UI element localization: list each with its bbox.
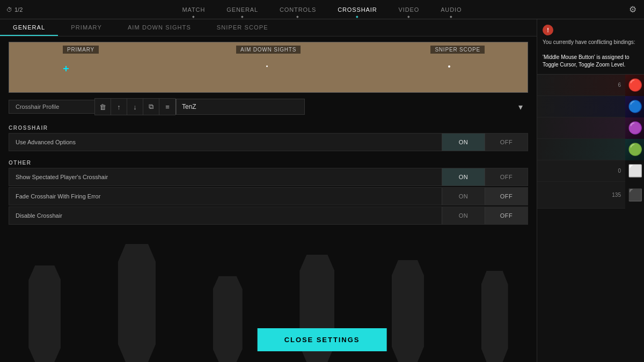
- nav-tabs: MATCH GENERAL CONTROLS CROSSHAIR VIDEO A…: [0, 0, 644, 19]
- setting-label-advanced: Use Advanced Options: [9, 135, 442, 150]
- toggle-fade-on[interactable]: On: [442, 188, 485, 205]
- setting-label-disable: Disable Crosshair: [9, 208, 442, 223]
- crosshair-section: CROSSHAIR Use Advanced Options On Off: [9, 122, 528, 152]
- agent-item-5[interactable]: 135 ⬛: [537, 182, 644, 209]
- tab-crosshair[interactable]: CROSSHAIR: [327, 0, 387, 19]
- crosshair-preview: PRIMARY AIM DOWN SIGHTS SNIPER SCOPE: [9, 42, 528, 93]
- agent-portrait-2: 🟣: [625, 117, 644, 139]
- timer-icon: ⏱: [6, 6, 12, 13]
- toggle-advanced-on[interactable]: On: [442, 134, 485, 151]
- profile-label: Crosshair Profile: [9, 100, 94, 114]
- preview-label-sniper: SNIPER SCOPE: [430, 46, 485, 54]
- profile-upload-button[interactable]: ↑: [111, 99, 127, 115]
- toggle-fade: On Off: [442, 188, 528, 205]
- agent-item-0[interactable]: 6 🔴: [537, 75, 644, 96]
- sub-tabs: GENERAL PRIMARY AIM DOWN SIGHTS SNIPER S…: [0, 19, 537, 36]
- toggle-disable-off[interactable]: Off: [485, 207, 528, 224]
- top-nav: ⏱ 1/2 MATCH GENERAL CONTROLS CROSSHAIR V…: [0, 0, 644, 19]
- tab-match[interactable]: MATCH: [172, 0, 216, 19]
- agent-item-3[interactable]: 🟢: [537, 139, 644, 160]
- profile-actions: 🗑 ↑ ↓ ⧉ ≡: [94, 98, 175, 115]
- agent-portrait-5: ⬛: [625, 182, 644, 209]
- toggle-spectated-off[interactable]: Off: [485, 168, 528, 186]
- profile-select-wrapper: TenZ Default Custom 1 Custom 2: [176, 99, 528, 115]
- crosshair-primary: [63, 65, 67, 70]
- setting-label-spectated: Show Spectated Player's Crosshair: [9, 169, 442, 184]
- crosshair-section-title: CROSSHAIR: [9, 122, 528, 133]
- tab-general[interactable]: GENERAL: [216, 0, 269, 19]
- subtab-general[interactable]: GENERAL: [0, 19, 58, 36]
- agent-portrait-0: 🔴: [625, 75, 644, 96]
- toggle-spectated: On Off: [442, 168, 528, 186]
- nav-timer: ⏱ 1/2: [6, 6, 23, 13]
- toggle-advanced: On Off: [442, 134, 528, 151]
- subtab-primary[interactable]: PRIMARY: [58, 19, 115, 36]
- setting-row-fade: Fade Crosshair With Firing Error On Off: [9, 187, 528, 205]
- other-section: OTHER Show Spectated Player's Crosshair …: [9, 157, 528, 226]
- profile-delete-button[interactable]: 🗑: [95, 99, 111, 115]
- tab-video[interactable]: VIDEO: [388, 0, 430, 19]
- gear-icon[interactable]: ⚙: [629, 4, 636, 14]
- main-layout: GENERAL PRIMARY AIM DOWN SIGHTS SNIPER S…: [0, 19, 644, 362]
- toggle-disable-on[interactable]: On: [442, 207, 485, 224]
- agent-item-4[interactable]: 0 ⬜: [537, 160, 644, 182]
- timer-value: 1/2: [14, 6, 23, 13]
- profile-select[interactable]: TenZ Default Custom 1 Custom 2: [176, 99, 305, 115]
- agent-portrait-3: 🟢: [625, 139, 644, 160]
- conflict-warning: ! You currently have conflicting binding…: [537, 19, 644, 75]
- toggle-spectated-on[interactable]: On: [442, 168, 485, 186]
- crosshair-ads: [266, 65, 270, 70]
- preview-label-ads: AIM DOWN SIGHTS: [236, 46, 301, 54]
- agent-portrait-4: ⬜: [625, 160, 644, 182]
- sidebar-agents: 6 🔴 🔵 🟣 🟢 0 ⬜ 135 ⬛: [537, 75, 644, 209]
- toggle-advanced-off[interactable]: Off: [485, 134, 528, 151]
- setting-row-advanced: Use Advanced Options On Off: [9, 133, 528, 151]
- profile-download-button[interactable]: ↓: [127, 99, 143, 115]
- tab-audio[interactable]: AUDIO: [430, 0, 472, 19]
- profile-row: Crosshair Profile 🗑 ↑ ↓ ⧉ ≡ TenZ Default…: [9, 98, 528, 115]
- profile-list-button[interactable]: ≡: [159, 99, 175, 115]
- agent-item-2[interactable]: 🟣: [537, 117, 644, 139]
- warning-icon: !: [543, 25, 553, 35]
- crosshair-sniper: [448, 65, 452, 70]
- tab-controls[interactable]: CONTROLS: [269, 0, 327, 19]
- agent-badge-5: 135: [612, 192, 625, 198]
- agent-badge-0: 6: [618, 82, 625, 88]
- setting-row-disable: Disable Crosshair On Off: [9, 206, 528, 225]
- toggle-fade-off[interactable]: Off: [485, 188, 528, 205]
- setting-row-spectated: Show Spectated Player's Crosshair On Off: [9, 168, 528, 186]
- agent-item-1[interactable]: 🔵: [537, 96, 644, 117]
- profile-copy-button[interactable]: ⧉: [143, 99, 159, 115]
- agent-badge-4: 0: [618, 168, 625, 174]
- other-section-title: OTHER: [9, 157, 528, 168]
- agent-portrait-1: 🔵: [625, 96, 644, 117]
- setting-label-fade: Fade Crosshair With Firing Error: [9, 189, 442, 204]
- toggle-disable: On Off: [442, 207, 528, 224]
- close-settings-wrapper: CLOSE SETTINGS: [258, 328, 387, 351]
- preview-label-primary: PRIMARY: [63, 46, 99, 54]
- close-settings-button[interactable]: CLOSE SETTINGS: [258, 328, 387, 351]
- warning-text: You currently have conflicting bindings:…: [543, 39, 639, 69]
- center-content: GENERAL PRIMARY AIM DOWN SIGHTS SNIPER S…: [0, 19, 537, 362]
- subtab-sniper[interactable]: SNIPER SCOPE: [204, 19, 281, 36]
- subtab-ads[interactable]: AIM DOWN SIGHTS: [115, 19, 204, 36]
- right-sidebar: ! You currently have conflicting binding…: [537, 19, 644, 362]
